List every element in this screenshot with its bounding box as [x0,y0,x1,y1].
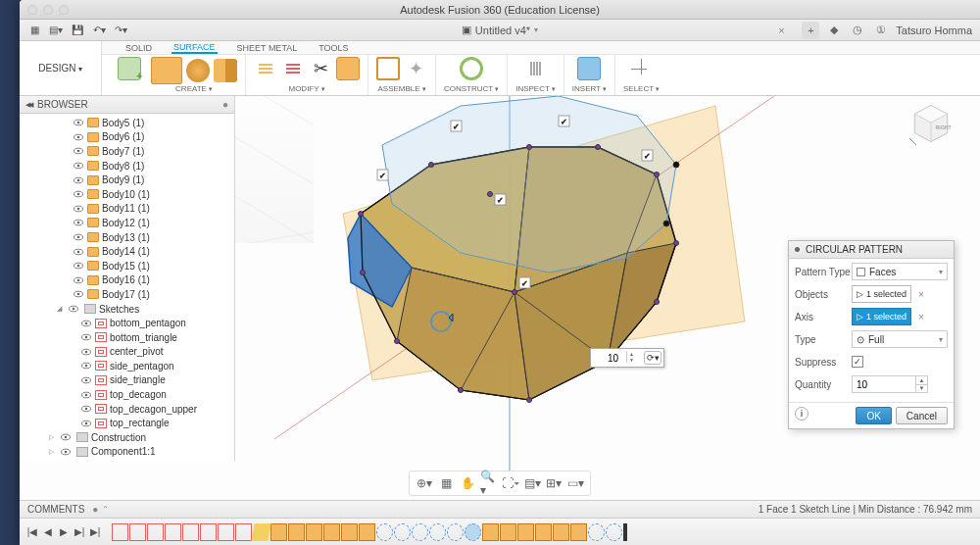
objects-selection[interactable]: ▷1 selected [852,285,911,303]
pattern-type-dropdown[interactable]: Faces [852,263,948,280]
select-label[interactable]: SELECT [623,84,660,93]
as-built-joint-icon[interactable]: ✦ [404,57,427,80]
timeline-body-icon[interactable] [500,523,516,541]
tree-sketch-item[interactable]: center_pivot [20,345,234,360]
save-icon[interactable]: 💾 [69,22,86,39]
timeline-pattern-icon[interactable] [588,523,605,541]
viewcube[interactable]: RIGHT [909,102,953,145]
visibility-icon[interactable] [73,217,84,228]
file-menu-icon[interactable]: ▤▾ [47,22,65,39]
timeline-sketch-icon[interactable] [235,523,252,541]
visibility-icon[interactable] [73,260,84,272]
timeline-pattern-icon[interactable] [394,523,411,541]
tab-tools[interactable]: TOOLS [317,43,350,53]
redo-icon[interactable]: ↷▾ [112,22,129,39]
timeline-body-icon[interactable] [535,523,552,541]
insert-icon[interactable] [577,57,601,80]
notifications-icon[interactable]: ① [872,22,890,39]
tab-dropdown-icon[interactable]: ▾ [534,25,538,34]
suppress-checkbox[interactable]: ✓ [852,356,863,368]
tab-surface[interactable]: SURFACE [172,42,218,54]
fit-icon[interactable]: ⛶▾ [502,474,519,492]
timeline-pattern-active-icon[interactable] [465,523,481,541]
timeline-sketch-icon[interactable] [147,523,164,541]
qty-up-icon[interactable]: ▲ [916,376,927,385]
visibility-icon[interactable] [80,389,92,401]
quantity-field[interactable] [852,375,916,393]
visibility-icon[interactable] [73,145,84,157]
visibility-icon[interactable] [80,403,92,415]
visibility-icon[interactable] [60,446,72,458]
visibility-icon[interactable] [73,117,84,128]
timeline-sketch-icon[interactable] [129,523,146,541]
visibility-icon[interactable] [73,288,84,300]
extrude-icon[interactable] [151,57,182,84]
timeline-body-icon[interactable] [306,523,322,541]
tree-body-item[interactable]: Body13 (1) [20,230,234,245]
tree-sketch-item[interactable]: top_decagon [20,387,234,402]
press-pull-icon[interactable] [254,57,277,80]
timeline-body-icon[interactable] [270,523,287,541]
quantity-spinner[interactable]: ▲▼ [852,375,948,393]
timeline-body-icon[interactable] [553,523,569,541]
user-name[interactable]: Tatsuro Homma [896,25,972,36]
tree-body-item[interactable]: Body11 (1) [20,202,234,217]
tree-sketch-item[interactable]: side_pentagon [20,359,234,373]
visibility-icon[interactable] [73,131,84,143]
tree-component-item[interactable]: Component1:1 [20,445,234,460]
tab-sheetmetal[interactable]: SHEET METAL [235,43,300,53]
tree-body-item[interactable]: Body7 (1) [20,144,234,159]
tree-body-item[interactable]: Body15 (1) [20,259,234,273]
visibility-icon[interactable] [73,231,84,243]
timeline-pattern-icon[interactable] [412,523,428,541]
clear-objects-icon[interactable]: × [914,287,928,301]
tree-body-item[interactable]: Body9 (1) [20,173,234,187]
timeline-body-icon[interactable] [323,523,340,541]
tree-sketch-item[interactable]: side_triangle [20,373,234,388]
qty-down-icon[interactable]: ▼ [916,385,927,393]
comments-label[interactable]: COMMENTS [27,504,84,515]
timeline-sketch-icon[interactable] [200,523,217,541]
timeline-pattern-icon[interactable] [376,523,393,541]
assemble-label[interactable]: ASSEMBLE [377,84,425,93]
insert-label[interactable]: INSERT [572,84,607,93]
pan-icon[interactable]: ✋ [459,474,476,492]
grid-icon[interactable]: ⊞▾ [545,474,563,492]
tree-body-item[interactable]: Body6 (1) [20,130,234,145]
timeline-pattern-icon[interactable] [429,523,446,541]
timeline-sketch-icon[interactable] [182,523,199,541]
tree-sketch-item[interactable]: top_rectangle [20,416,234,430]
close-dot[interactable] [27,5,37,15]
visibility-icon[interactable] [80,360,92,372]
tree-body-item[interactable]: Body12 (1) [20,216,234,230]
visibility-icon[interactable] [80,346,92,358]
visibility-icon[interactable] [80,318,92,329]
visibility-icon[interactable] [73,246,84,258]
angle-toggle-icon[interactable]: ⟳▾ [644,351,662,365]
timeline-sketch-icon[interactable] [165,523,181,541]
visibility-icon[interactable] [60,431,72,443]
tree-body-item[interactable]: Body16 (1) [20,273,234,288]
visibility-icon[interactable] [73,274,84,286]
inline-quantity-input[interactable]: ▲▼ ⟳▾ [590,348,664,368]
timeline-fwd-icon[interactable]: ▶| [73,526,86,537]
info-icon[interactable]: i [795,407,808,421]
orbit-icon[interactable]: ⊕▾ [416,474,433,492]
tree-body-item[interactable]: Body17 (1) [20,287,234,302]
inline-quantity-field[interactable] [593,351,620,365]
revolve-icon[interactable] [186,59,210,82]
workspace-switcher[interactable]: DESIGN [20,41,102,95]
timeline-marker[interactable] [623,523,627,541]
tree-sketch-item[interactable]: top_decagon_upper [20,402,234,417]
timeline-body-icon[interactable] [482,523,499,541]
construct-label[interactable]: CONSTRUCT [444,84,499,93]
job-status-icon[interactable]: ◷ [849,22,866,39]
timeline-plane-icon[interactable] [251,523,270,541]
timeline-body-icon[interactable] [341,523,358,541]
visibility-icon[interactable] [73,174,84,186]
tab-solid[interactable]: SOLID [123,43,154,53]
inspect-label[interactable]: INSPECT [515,84,556,93]
timeline-body-icon[interactable] [359,523,375,541]
look-at-icon[interactable]: ▦ [437,474,455,492]
viewport-icon[interactable]: ▭▾ [566,474,584,492]
